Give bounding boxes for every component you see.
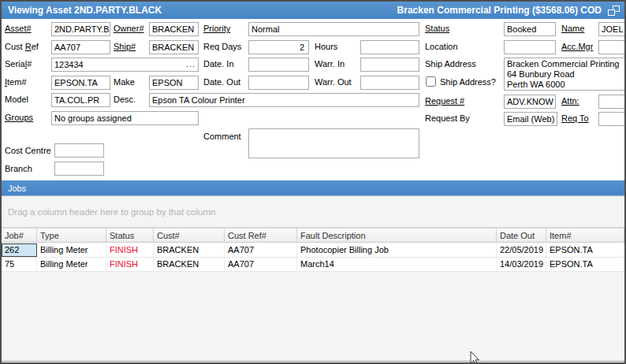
jobs-grid-header: Job# Type Status Cust# Cust Ref# Fault D… xyxy=(2,228,624,243)
column-header-fault[interactable]: Fault Description xyxy=(297,228,497,242)
attn-label[interactable]: Attn: xyxy=(561,96,579,106)
desc-label: Desc. xyxy=(114,95,136,104)
priority-field[interactable]: Normal xyxy=(248,22,419,36)
ship-label[interactable]: Ship# xyxy=(114,42,136,51)
item-cell[interactable]: EPSON.TA xyxy=(546,243,624,257)
table-row[interactable]: 75 Billing Meter FINISH BRACKEN AA707 Ma… xyxy=(2,258,624,272)
ship-field[interactable]: BRACKEN xyxy=(149,40,199,54)
req-days-field[interactable]: 2 xyxy=(248,40,309,54)
ship-address-checkbox-label: Ship Address? xyxy=(440,77,496,87)
branch-label: Branch xyxy=(5,164,32,173)
fault-cell[interactable]: March14 xyxy=(297,258,497,271)
cust-cell[interactable]: BRACKEN xyxy=(154,243,225,257)
warr-in-field[interactable] xyxy=(360,58,419,72)
customer-summary: Bracken Commercial Printing ($3568.06) C… xyxy=(397,5,602,16)
column-header-status[interactable]: Status xyxy=(106,228,154,242)
request-by-label: Request By xyxy=(425,113,470,123)
serial-lookup-button[interactable]: ... xyxy=(186,59,196,69)
serial-label[interactable]: Serial# xyxy=(5,59,32,69)
date-in-label: Date. In xyxy=(203,59,234,69)
name-field[interactable]: JOEL xyxy=(598,22,625,36)
attn-field[interactable] xyxy=(598,95,625,109)
status-label[interactable]: Status xyxy=(425,24,449,33)
column-header-cust-ref[interactable]: Cust Ref# xyxy=(225,228,297,242)
req-to-field[interactable] xyxy=(598,112,625,126)
date-out-cell[interactable]: 22/05/2019 xyxy=(497,243,546,257)
title-bar: Viewing Asset 2ND.PARTY.BLACK Bracken Co… xyxy=(2,2,624,19)
owner-label[interactable]: Owner# xyxy=(114,24,144,33)
location-field[interactable] xyxy=(504,40,556,54)
column-header-cust[interactable]: Cust# xyxy=(154,228,225,242)
job-cell[interactable]: 75 xyxy=(2,258,37,271)
fault-cell[interactable]: Photocopier Billing Job xyxy=(297,243,497,257)
asset-form: Asset# 2ND.PARTY.BLACK Owner# BRACKEN Pr… xyxy=(2,19,624,180)
item-field[interactable]: EPSON.TA xyxy=(51,76,110,90)
cust-ref-label[interactable]: Cust Ref xyxy=(5,42,39,51)
window-title: Viewing Asset 2ND.PARTY.BLACK xyxy=(8,5,162,16)
type-cell[interactable]: Billing Meter xyxy=(37,258,106,271)
job-cell[interactable]: 262 xyxy=(2,243,37,257)
serial-value: 123434 xyxy=(54,60,84,69)
column-header-date-out[interactable]: Date Out xyxy=(497,228,546,242)
mouse-cursor xyxy=(470,351,481,364)
make-label: Make xyxy=(114,77,135,87)
status-cell[interactable]: FINISH xyxy=(106,258,154,271)
groups-label[interactable]: Groups xyxy=(5,113,33,122)
acc-mgr-label[interactable]: Acc.Mgr xyxy=(561,42,593,51)
req-days-label: Req Days xyxy=(203,42,241,51)
make-field[interactable]: EPSON xyxy=(149,76,199,90)
request-no-field[interactable]: ADV.KNOW xyxy=(504,95,556,109)
status-cell[interactable]: FINISH xyxy=(106,243,154,257)
column-header-item[interactable]: Item# xyxy=(546,228,624,242)
request-by-field[interactable]: Email (Web) xyxy=(504,112,557,126)
warr-in-label: Warr. In xyxy=(315,59,345,69)
ship-address-box[interactable]: Bracken Commercial Printing 64 Bunbury R… xyxy=(504,58,625,91)
cust-ref-cell[interactable]: AA707 xyxy=(225,258,297,271)
asset-window: Viewing Asset 2ND.PARTY.BLACK Bracken Co… xyxy=(0,0,626,364)
hours-field[interactable] xyxy=(360,40,419,54)
cust-ref-cell[interactable]: AA707 xyxy=(225,243,297,257)
branch-field[interactable] xyxy=(54,162,104,176)
owner-field[interactable]: BRACKEN xyxy=(149,22,199,36)
column-header-job[interactable]: Job# xyxy=(2,228,37,242)
column-header-type[interactable]: Type xyxy=(37,228,106,242)
acc-mgr-field[interactable] xyxy=(598,40,625,54)
groups-field[interactable]: No groups assigned xyxy=(51,111,199,125)
date-out-cell[interactable]: 14/03/2019 xyxy=(497,258,546,271)
date-out-field[interactable] xyxy=(248,76,309,90)
cost-centre-label: Cost Centre xyxy=(5,146,51,155)
asset-field[interactable]: 2ND.PARTY.BLACK xyxy=(51,22,110,36)
comment-box[interactable] xyxy=(248,128,419,158)
request-no-label[interactable]: Request # xyxy=(425,96,464,106)
status-field[interactable]: Booked xyxy=(504,22,556,36)
type-cell[interactable]: Billing Meter xyxy=(37,243,106,257)
cost-centre-field[interactable] xyxy=(54,143,104,158)
model-field[interactable]: TA.COL.PR xyxy=(51,93,110,107)
asset-label[interactable]: Asset# xyxy=(5,24,32,33)
cust-ref-field[interactable]: AA707 xyxy=(51,40,110,54)
location-label: Location xyxy=(425,42,458,51)
cust-cell[interactable]: BRACKEN xyxy=(154,258,225,271)
serial-field[interactable]: 123434 ... xyxy=(51,58,199,72)
date-in-field[interactable] xyxy=(248,58,309,72)
restore-window-icon[interactable] xyxy=(608,6,620,16)
group-by-dropzone[interactable]: Drag a column header here to group by th… xyxy=(2,196,624,228)
group-by-hint: Drag a column header here to group by th… xyxy=(8,207,215,217)
jobs-panel-header: Jobs xyxy=(2,180,624,196)
window-bottom-edge xyxy=(2,361,624,362)
jobs-panel-title: Jobs xyxy=(8,184,26,193)
jobs-grid-empty-area xyxy=(2,272,624,361)
item-cell[interactable]: EPSON.TA xyxy=(546,258,624,271)
table-row[interactable]: 262 Billing Meter FINISH BRACKEN AA707 P… xyxy=(2,243,624,258)
desc-field[interactable]: Epson TA Colour Printer xyxy=(149,93,419,107)
priority-label[interactable]: Priority xyxy=(203,24,230,33)
ship-address-label: Ship Address xyxy=(425,59,476,69)
date-out-label: Date. Out xyxy=(203,77,240,87)
warr-out-field[interactable] xyxy=(360,76,419,90)
name-label[interactable]: Name xyxy=(561,24,584,33)
item-label[interactable]: Item# xyxy=(5,77,27,87)
warr-out-label: Warr. Out xyxy=(315,77,352,87)
ship-address-checkbox[interactable] xyxy=(426,76,436,87)
req-to-label[interactable]: Req To xyxy=(561,113,589,123)
comment-label: Comment xyxy=(203,132,241,141)
